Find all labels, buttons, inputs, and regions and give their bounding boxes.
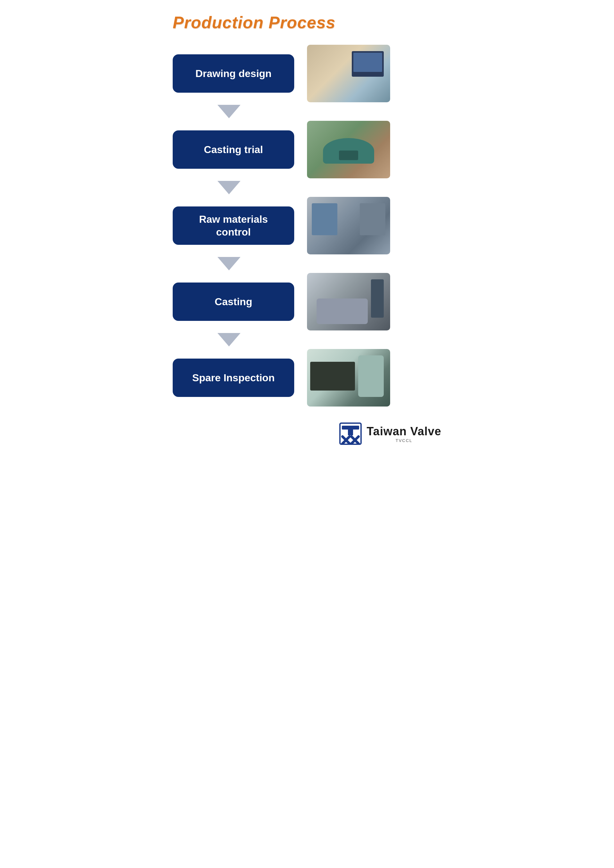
step-image-casting-trial [307, 121, 390, 178]
step-label-casting: Casting [215, 295, 252, 308]
brand-label: Taiwan Valve [367, 425, 441, 438]
arrow-down-icon-1 [218, 105, 241, 118]
svg-rect-1 [342, 426, 359, 429]
svg-rect-2 [348, 429, 353, 435]
step-casting: Casting [173, 273, 441, 330]
arrow-down-icon-2 [218, 181, 241, 194]
step-box-spare-inspection: Spare Inspection [173, 358, 294, 397]
step-casting-trial: Casting trial [173, 121, 441, 178]
page-title: Production Process [173, 13, 441, 32]
step-spare-inspection: Spare Inspection [173, 349, 441, 406]
step-box-casting: Casting [173, 282, 294, 321]
step-image-raw-materials [307, 197, 390, 254]
step-label-drawing-design: Drawing design [195, 67, 272, 80]
step-image-spare-inspection [307, 349, 390, 406]
step-box-drawing-design: Drawing design [173, 54, 294, 93]
step-label-casting-trial: Casting trial [204, 143, 263, 156]
arrow-1 [173, 105, 441, 118]
brand-name: Taiwan Valve TVCCL [367, 425, 441, 443]
step-label-spare-inspection: Spare Inspection [192, 371, 275, 384]
brand-sub-label: TVCCL [367, 438, 441, 443]
step-box-raw-materials: Raw materialscontrol [173, 206, 294, 245]
arrow-3 [173, 257, 441, 270]
step-label-raw-materials: Raw materialscontrol [199, 213, 268, 239]
step-raw-materials: Raw materialscontrol [173, 197, 441, 254]
arrow-down-icon-4 [218, 333, 241, 346]
step-drawing-design: Drawing design [173, 45, 441, 102]
tvccl-logo-icon [339, 423, 362, 445]
step-box-casting-trial: Casting trial [173, 130, 294, 169]
arrow-4 [173, 333, 441, 346]
step-image-casting [307, 273, 390, 330]
logo-area: Taiwan Valve TVCCL [173, 423, 441, 445]
arrow-2 [173, 181, 441, 194]
step-image-drawing-design [307, 45, 390, 102]
process-flow: Drawing design Casting trial Raw materia… [173, 45, 441, 406]
arrow-down-icon-3 [218, 257, 241, 270]
